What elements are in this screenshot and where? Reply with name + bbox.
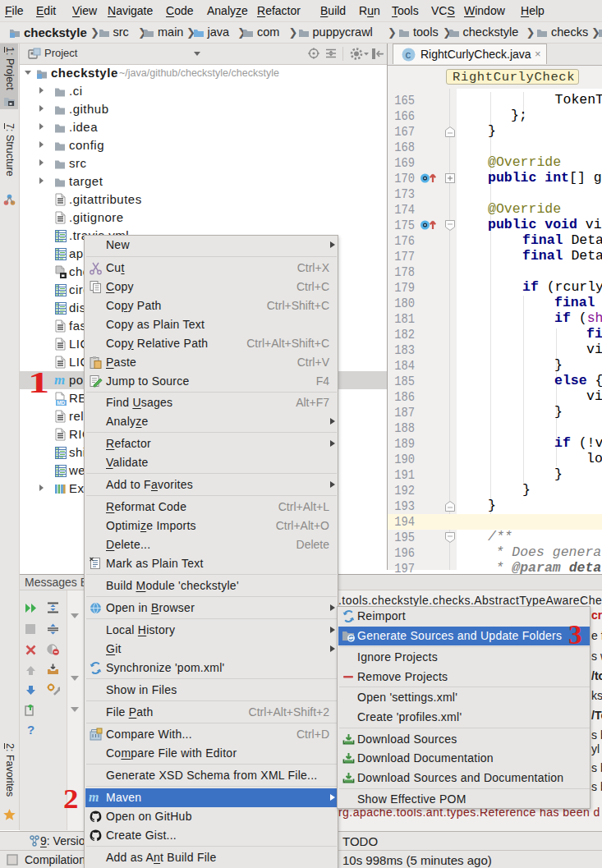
svg-text:C: C	[406, 50, 411, 61]
svg-text:MD: MD	[57, 400, 65, 406]
